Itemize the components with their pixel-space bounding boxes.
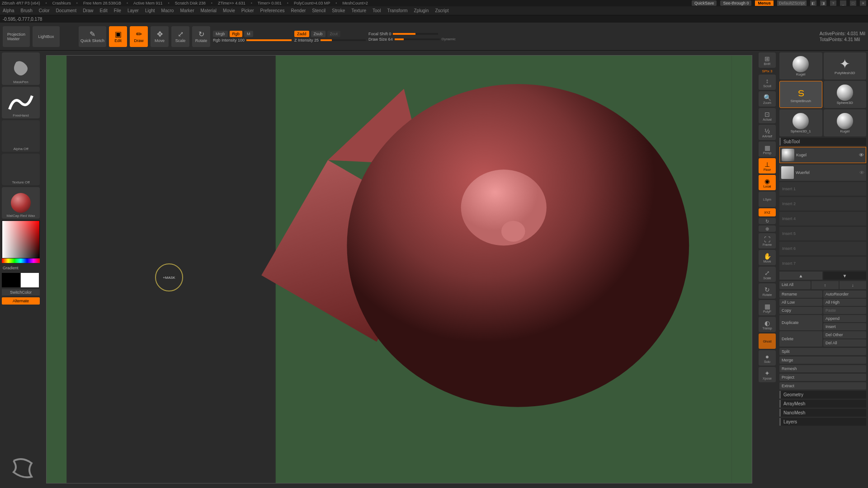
layers-section[interactable]: Layers bbox=[779, 418, 866, 426]
tool-sphere3d[interactable]: Sphere3D bbox=[824, 81, 867, 108]
tool-simplebrush[interactable]: ടSimpleBrush bbox=[779, 81, 822, 108]
menu-picker[interactable]: Picker bbox=[241, 8, 254, 13]
subtool-row-kugel[interactable]: Kugel 👁 bbox=[779, 147, 866, 163]
rgb-button[interactable]: Rgb bbox=[230, 31, 243, 37]
menu-stencil[interactable]: Stencil bbox=[312, 8, 326, 13]
geometry-section[interactable]: Geometry bbox=[779, 391, 866, 399]
zadd-button[interactable]: Zadd bbox=[294, 31, 309, 37]
lightbox-button[interactable]: LightBox bbox=[33, 26, 60, 47]
m-button[interactable]: M bbox=[244, 31, 253, 37]
axis-center-icon[interactable]: ⊕ bbox=[759, 225, 776, 232]
scroll-button[interactable]: ↕Scroll bbox=[759, 75, 776, 90]
menu-document[interactable]: Document bbox=[56, 8, 77, 13]
move-mode-button[interactable]: ✥Move bbox=[151, 26, 169, 47]
ghost-button[interactable]: Ghost bbox=[759, 333, 776, 349]
project-button[interactable]: Project bbox=[779, 374, 866, 381]
axis-rotate-icon[interactable]: ↻ bbox=[759, 218, 776, 224]
dynamic-label[interactable]: Dynamic bbox=[442, 37, 456, 41]
draw-mode-button[interactable]: ✏Draw bbox=[130, 26, 148, 47]
extract-button[interactable]: Extract bbox=[779, 382, 866, 389]
gradient-label[interactable]: Gradient bbox=[2, 265, 40, 271]
visibility-eye-icon[interactable]: 👁 bbox=[859, 170, 864, 175]
autoreorder-button[interactable]: AutoReorder bbox=[823, 291, 866, 298]
solo-button[interactable]: ●Solo bbox=[759, 350, 776, 366]
tool-polymesh3d[interactable]: ✦PolyMesh3D bbox=[824, 52, 867, 80]
rename-button[interactable]: Rename bbox=[779, 291, 822, 298]
menus-button[interactable]: Menus bbox=[755, 0, 774, 6]
arraymesh-section[interactable]: ArrayMesh bbox=[779, 400, 866, 408]
persp-button[interactable]: ▦Persp bbox=[759, 141, 776, 157]
bhr-button[interactable]: ⊞BHR bbox=[759, 52, 776, 68]
nav-down-button[interactable]: ↓ bbox=[840, 281, 866, 289]
menu-file[interactable]: File bbox=[114, 8, 121, 13]
paste-button[interactable]: Paste bbox=[823, 307, 866, 314]
zcut-button[interactable]: Zcut bbox=[327, 31, 341, 37]
menu-zscript[interactable]: Zscript bbox=[435, 8, 448, 13]
edit-mode-button[interactable]: ▣Edit bbox=[109, 26, 127, 47]
menu-stroke[interactable]: Stroke bbox=[332, 8, 345, 13]
menu-edit[interactable]: Edit bbox=[100, 8, 108, 13]
menu-texture[interactable]: Texture bbox=[351, 8, 366, 13]
menu-preferences[interactable]: Preferences bbox=[260, 8, 285, 13]
frame-button[interactable]: ⛶Frame bbox=[759, 233, 776, 249]
canvas[interactable]: +MASK bbox=[46, 55, 752, 483]
rotate-mode-button[interactable]: ↻Rotate bbox=[192, 26, 210, 47]
switch-color-button[interactable]: SwitchColor bbox=[2, 289, 40, 296]
menu-zplugin[interactable]: Zplugin bbox=[414, 8, 429, 13]
tool-kugel-2[interactable]: Kugel bbox=[824, 109, 867, 136]
draw-size-label[interactable]: Draw Size 64 bbox=[368, 37, 393, 42]
append-button[interactable]: Append bbox=[823, 315, 866, 322]
all-low-button[interactable]: All Low bbox=[779, 299, 822, 306]
zoom-button[interactable]: 🔍Zoom bbox=[759, 91, 776, 107]
maximize-icon[interactable]: □ bbox=[850, 0, 856, 6]
xpose-button[interactable]: ✦Xpose bbox=[759, 367, 776, 382]
z-intensity-slider[interactable] bbox=[321, 39, 366, 41]
draw-size-slider[interactable] bbox=[395, 38, 440, 40]
split-button[interactable]: Split bbox=[779, 348, 866, 355]
alternate-button[interactable]: Alternate bbox=[2, 297, 40, 305]
menu-macro[interactable]: Macro bbox=[161, 8, 174, 13]
subtool-empty-slot[interactable]: Insert 4 bbox=[779, 212, 866, 225]
list-all-button[interactable]: List All bbox=[779, 281, 811, 289]
spix-label[interactable]: SPix 3 bbox=[762, 69, 772, 73]
menu-light[interactable]: Light bbox=[145, 8, 155, 13]
white-swatch[interactable] bbox=[21, 273, 39, 287]
transp-button[interactable]: ◐Transp bbox=[759, 317, 776, 332]
del-other-button[interactable]: Del Other bbox=[823, 331, 866, 338]
insert-button[interactable]: Insert bbox=[823, 323, 866, 330]
del-all-button[interactable]: Del All bbox=[823, 339, 866, 347]
delete-button[interactable]: Delete bbox=[779, 331, 822, 347]
brush-selector[interactable]: MaskPen bbox=[2, 52, 40, 85]
material-selector[interactable]: MatCap Red Wax bbox=[2, 187, 40, 219]
actual-button[interactable]: ⊡Actual bbox=[759, 108, 776, 123]
menu-color[interactable]: Color bbox=[39, 8, 50, 13]
projection-master-button[interactable]: Projection Master bbox=[3, 26, 30, 47]
menu-tool[interactable]: Tool bbox=[373, 8, 381, 13]
menu-render[interactable]: Render bbox=[291, 8, 306, 13]
quicksave-button[interactable]: QuickSave bbox=[692, 0, 717, 6]
minimize-icon[interactable]: _ bbox=[840, 0, 846, 6]
floor-button[interactable]: ⊥Floor bbox=[759, 158, 776, 174]
xyz-button[interactable]: XYZ bbox=[759, 208, 776, 216]
scale-mode-button[interactable]: ⤢Scale bbox=[171, 26, 189, 47]
subtool-empty-slot[interactable]: Insert 7 bbox=[779, 257, 866, 270]
menu-alpha[interactable]: Alpha bbox=[3, 8, 14, 13]
move-up-button[interactable]: ▲ bbox=[779, 272, 822, 280]
subtool-empty-slot[interactable]: Insert 5 bbox=[779, 227, 866, 240]
move-down-button[interactable]: ▼ bbox=[823, 272, 866, 280]
hue-slider[interactable] bbox=[2, 258, 40, 263]
color-picker[interactable] bbox=[2, 221, 40, 258]
menu-brush[interactable]: Brush bbox=[21, 8, 33, 13]
texture-selector[interactable]: Texture Off bbox=[2, 154, 40, 185]
subtool-empty-slot[interactable]: Insert 2 bbox=[779, 197, 866, 211]
menu-layer[interactable]: Layer bbox=[127, 8, 139, 13]
merge-button[interactable]: Merge bbox=[779, 357, 866, 364]
rgb-intensity-slider[interactable] bbox=[246, 39, 292, 41]
stroke-selector[interactable]: FreeHand bbox=[2, 87, 40, 118]
focal-shift-slider[interactable] bbox=[393, 33, 438, 35]
quick-sketch-button[interactable]: ✎Quick Sketch bbox=[79, 26, 106, 47]
rotate-view-button[interactable]: ↻Rotate bbox=[759, 283, 776, 299]
copy-button[interactable]: Copy bbox=[779, 307, 822, 314]
menu-marker[interactable]: Marker bbox=[180, 8, 194, 13]
tool-sphere3d-1[interactable]: Sphere3D_1 bbox=[779, 109, 822, 136]
